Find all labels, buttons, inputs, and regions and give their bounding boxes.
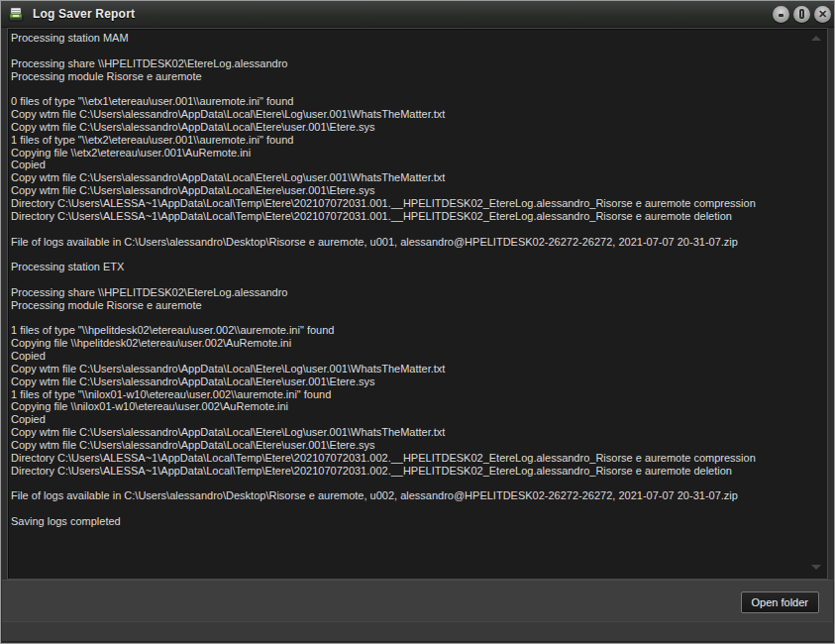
window-controls: ✕ <box>773 1 831 27</box>
close-button[interactable]: ✕ <box>814 6 831 23</box>
minimize-icon <box>779 14 783 17</box>
log-text: Processing station MAM Processing share … <box>11 32 809 528</box>
minimize-button[interactable] <box>773 6 789 23</box>
title-bar: Log Saver Report ✕ <box>1 1 834 28</box>
log-output-area[interactable]: Processing station MAM Processing share … <box>7 28 828 580</box>
maximize-button[interactable] <box>793 6 810 23</box>
scrollbar-down-arrow-icon[interactable] <box>811 565 821 570</box>
footer-button-panel: Open folder <box>2 580 833 622</box>
app-save-report-icon <box>8 6 26 22</box>
scrollbar-up-arrow-icon[interactable] <box>811 36 821 41</box>
maximize-icon <box>799 9 804 19</box>
status-bar <box>2 621 833 642</box>
log-saver-report-window: Log Saver Report ✕ Processing station MA… <box>0 0 835 644</box>
window-title: Log Saver Report <box>33 7 135 21</box>
open-folder-button[interactable]: Open folder <box>741 591 819 613</box>
close-icon: ✕ <box>818 9 827 20</box>
